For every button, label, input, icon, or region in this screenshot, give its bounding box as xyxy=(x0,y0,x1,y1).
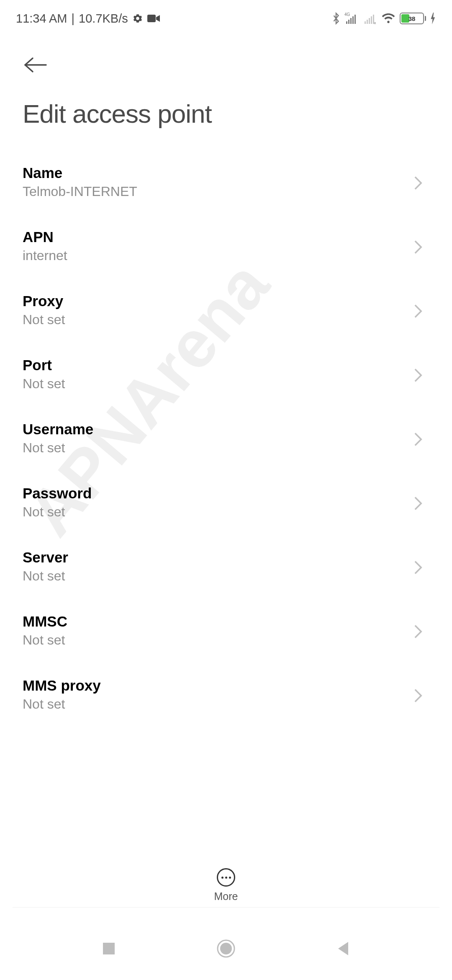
setting-value: Not set xyxy=(23,504,92,520)
setting-value: Not set xyxy=(23,568,68,584)
setting-value: Not set xyxy=(23,696,101,712)
setting-value: Not set xyxy=(23,632,67,648)
status-separator: | xyxy=(72,12,75,26)
setting-username[interactable]: Username Not set xyxy=(23,407,427,472)
setting-label: APN xyxy=(23,229,67,245)
svg-rect-3 xyxy=(348,20,349,24)
setting-label: Password xyxy=(23,485,92,502)
setting-value: Telmob-INTERNET xyxy=(23,184,137,199)
nav-back-button[interactable] xyxy=(331,936,356,961)
divider xyxy=(13,907,439,908)
svg-rect-10 xyxy=(371,16,372,24)
chevron-right-icon xyxy=(413,175,427,189)
chevron-right-icon xyxy=(413,688,427,701)
chevron-right-icon xyxy=(413,624,427,637)
status-left: 11:34 AM | 10.7KB/s xyxy=(16,12,160,26)
header xyxy=(0,29,452,77)
gear-icon xyxy=(132,13,143,24)
setting-label: MMS proxy xyxy=(23,677,101,694)
camera-icon xyxy=(147,14,160,23)
svg-rect-2 xyxy=(346,21,347,24)
chevron-right-icon xyxy=(413,368,427,381)
nav-recent-button[interactable] xyxy=(96,936,121,961)
chevron-right-icon xyxy=(413,304,427,317)
chevron-right-icon xyxy=(413,240,427,253)
setting-apn[interactable]: APN internet xyxy=(23,215,427,279)
svg-rect-0 xyxy=(147,15,156,22)
setting-mms-proxy[interactable]: MMS proxy Not set xyxy=(23,664,427,728)
bluetooth-icon xyxy=(332,12,340,25)
signal-nosim-icon: × xyxy=(363,12,377,25)
svg-text:4G: 4G xyxy=(344,12,350,17)
chevron-right-icon xyxy=(413,432,427,445)
charging-icon xyxy=(430,13,436,24)
nav-bar xyxy=(0,917,452,980)
chevron-right-icon xyxy=(413,560,427,573)
setting-proxy[interactable]: Proxy Not set xyxy=(23,279,427,343)
settings-list: Name Telmob-INTERNET APN internet Proxy … xyxy=(0,151,452,880)
setting-password[interactable]: Password Not set xyxy=(23,472,427,536)
status-time: 11:34 AM xyxy=(16,12,67,26)
status-speed: 10.7KB/s xyxy=(79,12,128,26)
page-title: Edit access point xyxy=(0,77,452,151)
svg-rect-6 xyxy=(354,15,356,24)
svg-rect-9 xyxy=(369,18,370,24)
battery-level: 38 xyxy=(408,15,416,22)
setting-value: internet xyxy=(23,248,67,263)
back-button[interactable] xyxy=(23,53,48,77)
setting-label: MMSC xyxy=(23,613,67,630)
svg-text:×: × xyxy=(374,21,376,25)
svg-rect-8 xyxy=(367,20,368,24)
battery-icon: 38 xyxy=(400,13,426,24)
setting-name[interactable]: Name Telmob-INTERNET xyxy=(23,151,427,215)
setting-value: Not set xyxy=(23,440,93,456)
setting-label: Port xyxy=(23,357,65,374)
more-label: More xyxy=(214,890,238,903)
setting-label: Name xyxy=(23,165,137,181)
setting-value: Not set xyxy=(23,376,65,392)
svg-rect-5 xyxy=(352,16,354,24)
setting-label: Server xyxy=(23,549,68,566)
svg-rect-14 xyxy=(103,943,115,954)
status-right: 4G × 38 xyxy=(332,12,436,25)
nav-home-button[interactable] xyxy=(213,936,239,961)
svg-rect-7 xyxy=(365,21,366,24)
setting-mmsc[interactable]: MMSC Not set xyxy=(23,600,427,664)
svg-rect-4 xyxy=(350,18,352,24)
setting-value: Not set xyxy=(23,312,65,328)
status-bar: 11:34 AM | 10.7KB/s 4G × 38 xyxy=(0,0,452,29)
setting-port[interactable]: Port Not set xyxy=(23,343,427,407)
setting-label: Proxy xyxy=(23,293,65,309)
setting-label: Username xyxy=(23,421,93,438)
wifi-icon xyxy=(381,13,396,24)
signal-4g-icon: 4G xyxy=(344,12,359,25)
chevron-right-icon xyxy=(413,496,427,509)
setting-server[interactable]: Server Not set xyxy=(23,536,427,600)
svg-point-16 xyxy=(220,943,232,954)
